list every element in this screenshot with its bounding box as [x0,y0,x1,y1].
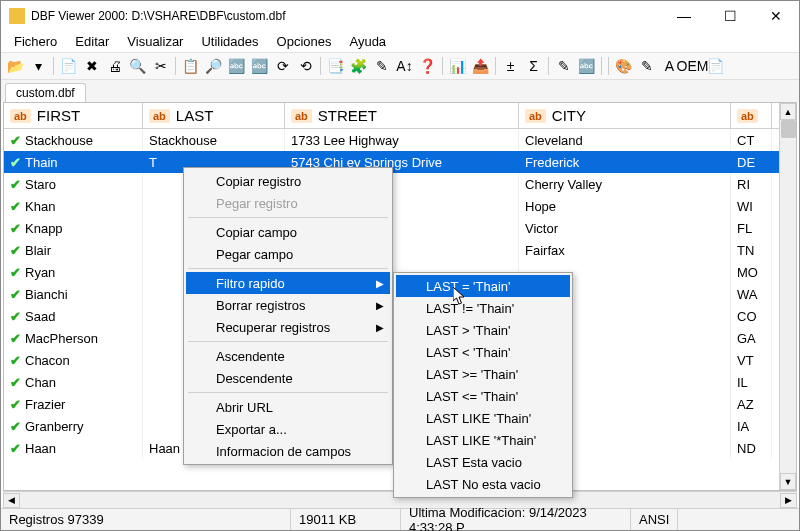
scroll-up-button[interactable]: ▲ [780,103,796,120]
menu-ayuda[interactable]: Ayuda [340,32,395,51]
table-cell[interactable]: ✔Knapp [4,217,143,239]
menu-editar[interactable]: Editar [66,32,118,51]
toolbar-button-36[interactable]: 📄 [705,56,726,77]
toolbar-button-32[interactable]: 🎨 [613,56,634,77]
table-cell[interactable]: GA [731,327,772,349]
toolbar-button-35[interactable]: OEM [682,56,703,77]
filter-submenu-item[interactable]: LAST != 'Thain' [396,297,570,319]
table-cell[interactable]: Cherry Valley [519,173,731,195]
filter-submenu-item[interactable]: LAST < 'Thain' [396,341,570,363]
table-cell[interactable]: ✔Khan [4,195,143,217]
table-cell[interactable]: Cleveland [519,129,731,151]
menu-visualizar[interactable]: Visualizar [118,32,192,51]
table-cell[interactable]: ✔Haan [4,437,143,459]
toolbar-button-16[interactable]: 📑 [325,56,346,77]
toolbar-button-4[interactable]: ✖ [81,56,102,77]
table-row[interactable]: ✔Blairer Rd.FairfaxTN [4,239,796,261]
toolbar-button-23[interactable]: 📤 [470,56,491,77]
table-cell[interactable]: CO [731,305,772,327]
tab-custom-dbf[interactable]: custom.dbf [5,83,86,102]
table-cell[interactable]: VT [731,349,772,371]
toolbar-button-13[interactable]: ⟳ [272,56,293,77]
toolbar-button-17[interactable]: 🧩 [348,56,369,77]
table-cell[interactable]: ✔MacPherson [4,327,143,349]
toolbar-button-7[interactable]: ✂ [150,56,171,77]
table-cell[interactable]: DE [731,151,772,173]
table-cell[interactable]: CT [731,129,772,151]
maximize-button[interactable]: ☐ [707,1,753,31]
context-menu-item[interactable]: Abrir URL [186,396,390,418]
table-cell[interactable]: ✔Staro [4,173,143,195]
toolbar-button-28[interactable]: ✎ [553,56,574,77]
filter-submenu-item[interactable]: LAST = 'Thain' [396,275,570,297]
minimize-button[interactable]: — [661,1,707,31]
table-row[interactable]: ✔StackhouseStackhouse1733 Lee HighwayCle… [4,129,796,151]
col-header-first[interactable]: abFIRST [4,103,143,128]
toolbar-button-10[interactable]: 🔎 [203,56,224,77]
table-cell[interactable]: Frederick [519,151,731,173]
table-row[interactable]: ✔KnappStreetVictorFL [4,217,796,239]
toolbar-button-26[interactable]: Σ [523,56,544,77]
table-cell[interactable]: ✔Ryan [4,261,143,283]
scroll-down-button[interactable]: ▼ [780,473,796,490]
toolbar-button-18[interactable]: ✎ [371,56,392,77]
close-button[interactable]: ✕ [753,1,799,31]
table-cell[interactable]: Hope [519,195,731,217]
col-header-last[interactable]: abLAST [143,103,285,128]
toolbar-button-0[interactable]: 📂 [5,56,26,77]
context-menu-item[interactable]: Filtro rapido▶ [186,272,390,294]
scroll-right-button[interactable]: ▶ [780,493,797,508]
filter-submenu-item[interactable]: LAST No esta vacio [396,473,570,495]
table-cell[interactable]: ✔Stackhouse [4,129,143,151]
context-menu-item[interactable]: Copiar campo [186,221,390,243]
scroll-thumb[interactable] [781,120,796,138]
context-menu-item[interactable]: Borrar registros▶ [186,294,390,316]
table-cell[interactable]: ✔Frazier [4,393,143,415]
table-row[interactable]: ✔Khane Shore DriveHopeWI [4,195,796,217]
context-menu-item[interactable]: Copiar registro [186,170,390,192]
toolbar-button-22[interactable]: 📊 [447,56,468,77]
toolbar-button-29[interactable]: 🔤 [576,56,597,77]
table-cell[interactable]: 1733 Lee Highway [285,129,519,151]
context-menu-item[interactable]: Ascendente [186,345,390,367]
table-cell[interactable]: TN [731,239,772,261]
table-cell[interactable]: ND [731,437,772,459]
toolbar-button-14[interactable]: ⟲ [295,56,316,77]
table-cell[interactable]: RI [731,173,772,195]
context-menu-item[interactable]: Descendente [186,367,390,389]
filter-submenu-item[interactable]: LAST > 'Thain' [396,319,570,341]
toolbar-button-11[interactable]: 🔤 [226,56,247,77]
toolbar-button-9[interactable]: 📋 [180,56,201,77]
filter-submenu-item[interactable]: LAST LIKE '*Thain' [396,429,570,451]
toolbar-button-20[interactable]: ❓ [417,56,438,77]
menu-utilidades[interactable]: Utilidades [192,32,267,51]
context-menu-item[interactable]: Recuperar registros▶ [186,316,390,338]
table-cell[interactable]: ✔Chan [4,371,143,393]
vertical-scrollbar[interactable]: ▲ ▼ [779,103,796,490]
scroll-left-button[interactable]: ◀ [3,493,20,508]
table-cell[interactable]: ✔Thain [4,151,143,173]
toolbar-button-3[interactable]: 📄 [58,56,79,77]
table-cell[interactable]: Victor [519,217,731,239]
table-cell[interactable]: WI [731,195,772,217]
toolbar-button-25[interactable]: ± [500,56,521,77]
context-menu-item[interactable]: Pegar campo [186,243,390,265]
filter-submenu-item[interactable]: LAST LIKE 'Thain' [396,407,570,429]
table-cell[interactable]: AZ [731,393,772,415]
table-cell[interactable]: ✔Saad [4,305,143,327]
table-cell[interactable]: ✔Chacon [4,349,143,371]
table-cell[interactable]: IA [731,415,772,437]
toolbar-button-12[interactable]: 🔤 [249,56,270,77]
table-cell[interactable]: Fairfax [519,239,731,261]
table-cell[interactable]: WA [731,283,772,305]
table-cell[interactable]: MO [731,261,772,283]
toolbar-button-1[interactable]: ▾ [28,56,49,77]
table-cell[interactable]: Stackhouse [143,129,285,151]
col-header-city[interactable]: abCITY [519,103,731,128]
table-cell[interactable]: IL [731,371,772,393]
context-menu-item[interactable]: Informacion de campos [186,440,390,462]
toolbar-button-19[interactable]: A↕ [394,56,415,77]
toolbar-button-33[interactable]: ✎ [636,56,657,77]
toolbar-button-6[interactable]: 🔍 [127,56,148,77]
col-header-extra[interactable]: ab [731,103,772,128]
